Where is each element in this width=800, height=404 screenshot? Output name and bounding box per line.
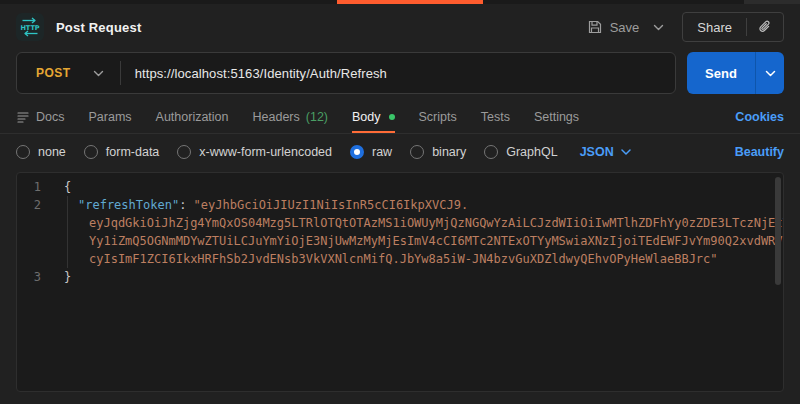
- method-selector[interactable]: POST: [17, 66, 71, 80]
- indent-guide: [67, 196, 68, 268]
- http-icon: HTTP: [19, 16, 41, 38]
- tab-label: Docs: [36, 110, 64, 124]
- code-line-wrapped: eyJqdGkiOiJhZjg4YmQxOS04Mzg5LTRlOTQtOTAz…: [17, 214, 783, 232]
- language-select[interactable]: JSON: [580, 145, 631, 159]
- chevron-down-icon: [765, 70, 776, 77]
- code-punct: {: [64, 180, 71, 194]
- tab-label: Params: [88, 110, 131, 124]
- share-button-group: Share: [682, 12, 784, 42]
- body-type-x-www-form-urlencoded[interactable]: x-www-form-urlencoded: [177, 145, 332, 159]
- tab-label: Headers: [253, 110, 300, 124]
- radio-icon[interactable]: [16, 145, 30, 159]
- line-number: 3: [17, 268, 41, 286]
- line-number: [17, 232, 41, 250]
- code-string: "eyJhbGciOiJIUzI1NiIsInR5cCI6IkpXVCJ9.: [194, 198, 469, 212]
- cookies-link[interactable]: Cookies: [735, 110, 784, 124]
- code-line-wrapped: Yy1iZmQ5OGNmMDYwZTUiLCJuYmYiOjE3NjUwMzMy…: [17, 232, 783, 250]
- radio-icon[interactable]: [410, 145, 424, 159]
- chevron-down-icon: [653, 24, 664, 31]
- line-number: [17, 250, 41, 268]
- request-tabs: Docs Params Authorization Headers (12) B…: [0, 100, 800, 134]
- tab-settings[interactable]: Settings: [534, 100, 579, 133]
- code-string: Yy1iZmQ5OGNmMDYwZTUiLCJuYmYiOjE3NjUwMzMy…: [89, 234, 784, 248]
- radio-label: raw: [372, 145, 392, 159]
- code-line: 2 "refreshToken": "eyJhbGciOiJIUzI1NiIsI…: [17, 196, 783, 214]
- body-type-graphql[interactable]: GraphQL: [484, 145, 557, 159]
- code-key: "refreshToken": [78, 198, 179, 212]
- header-actions: Save Share: [587, 12, 784, 42]
- line-number: 2: [17, 196, 41, 214]
- radio-selected-icon[interactable]: [350, 145, 364, 159]
- radio-label: x-www-form-urlencoded: [199, 145, 332, 159]
- send-button-group: Send: [687, 52, 784, 94]
- body-type-raw[interactable]: raw: [350, 145, 392, 159]
- save-options-chevron[interactable]: [653, 24, 664, 31]
- http-request-icon: HTTP: [16, 13, 44, 41]
- copy-link-button[interactable]: [747, 13, 783, 41]
- line-number: [17, 214, 41, 232]
- code-punct: :: [179, 198, 193, 212]
- body-code-editor[interactable]: 1 { 2 "refreshToken": "eyJhbGciOiJIUzI1N…: [16, 172, 784, 392]
- tab-authorization[interactable]: Authorization: [156, 100, 229, 133]
- tab-params[interactable]: Params: [88, 100, 131, 133]
- tab-tests[interactable]: Tests: [481, 100, 510, 133]
- save-button[interactable]: Save: [587, 19, 640, 35]
- radio-label: none: [38, 145, 66, 159]
- url-bar-divider: [120, 61, 121, 85]
- tab-label: Scripts: [419, 110, 457, 124]
- tab-docs[interactable]: Docs: [16, 100, 64, 133]
- radio-label: GraphQL: [506, 145, 557, 159]
- send-options-chevron[interactable]: [755, 52, 784, 94]
- code-string: eyJqdGkiOiJhZjg4YmQxOS04Mzg5LTRlOTQtOTAz…: [89, 216, 784, 230]
- body-type-none[interactable]: none: [16, 145, 66, 159]
- language-value: JSON: [580, 145, 614, 159]
- code-line: 1 {: [17, 178, 783, 196]
- body-modified-dot: [389, 114, 395, 120]
- tab-label: Settings: [534, 110, 579, 124]
- docs-icon: [16, 110, 30, 124]
- paperclip-icon: [757, 19, 773, 35]
- beautify-link[interactable]: Beautify: [735, 145, 784, 159]
- radio-icon[interactable]: [484, 145, 498, 159]
- request-url-bar: POST https://localhost:5163/Identity/Aut…: [16, 52, 676, 94]
- method-chevron-down-icon[interactable]: [93, 70, 104, 77]
- body-type-bar: none form-data x-www-form-urlencoded raw…: [0, 138, 800, 166]
- request-header: HTTP Post Request Save Share: [0, 4, 800, 50]
- tab-label: Body: [352, 110, 381, 124]
- url-input[interactable]: https://localhost:5163/Identity/Auth/Ref…: [135, 66, 387, 81]
- body-type-form-data[interactable]: form-data: [84, 145, 160, 159]
- chevron-down-icon: [621, 149, 631, 155]
- tab-headers[interactable]: Headers (12): [253, 100, 328, 133]
- radio-label: binary: [432, 145, 466, 159]
- share-button[interactable]: Share: [683, 13, 746, 41]
- save-icon: [587, 19, 603, 35]
- headers-count-badge: (12): [306, 110, 328, 124]
- line-number: 1: [17, 178, 41, 196]
- save-label: Save: [610, 20, 640, 35]
- code-string: cyIsImF1ZCI6IkxHRFhSb2JvdENsb3VkVXNlcnMi…: [89, 252, 718, 266]
- tab-label: Tests: [481, 110, 510, 124]
- tab-body[interactable]: Body: [352, 100, 395, 133]
- tab-scripts[interactable]: Scripts: [419, 100, 457, 133]
- body-type-binary[interactable]: binary: [410, 145, 466, 159]
- code-line: 3 }: [17, 268, 783, 286]
- tab-label: Authorization: [156, 110, 229, 124]
- code-punct: }: [64, 270, 71, 284]
- radio-label: form-data: [106, 145, 160, 159]
- editor-scrollbar[interactable]: [775, 177, 781, 285]
- active-tab-underline: [352, 131, 395, 133]
- send-button[interactable]: Send: [687, 52, 755, 94]
- radio-icon[interactable]: [84, 145, 98, 159]
- svg-text:HTTP: HTTP: [20, 24, 39, 32]
- request-title: Post Request: [56, 20, 141, 35]
- radio-icon[interactable]: [177, 145, 191, 159]
- code-line-wrapped: cyIsImF1ZCI6IkxHRFhSb2JvdENsb3VkVXNlcnMi…: [17, 250, 783, 268]
